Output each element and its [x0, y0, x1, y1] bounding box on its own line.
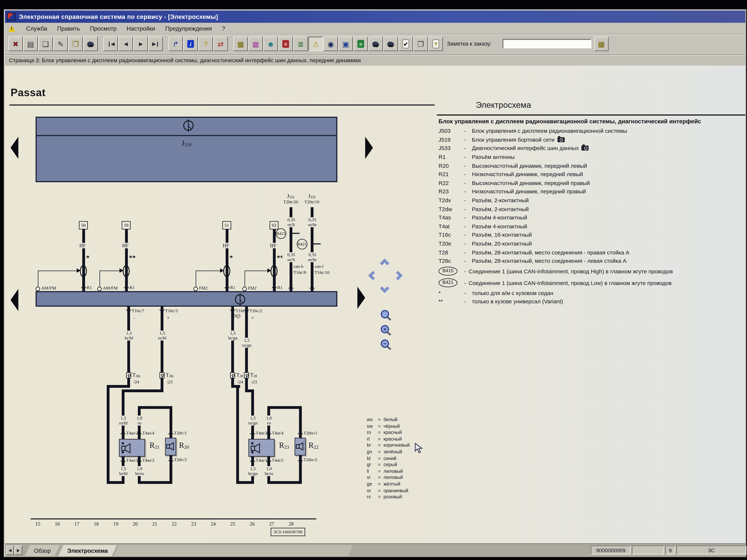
application-window: Электронная справочная система по сервис… — [3, 9, 747, 558]
camera-icon[interactable] — [557, 137, 565, 142]
wiring-diagram-button[interactable]: ▦ — [233, 37, 248, 51]
zoom-reset-button[interactable] — [381, 310, 389, 318]
menu-item[interactable]: Настройки — [122, 24, 160, 33]
junction-b421: B421 — [297, 239, 307, 249]
print-button[interactable]: ▤ — [23, 37, 38, 51]
zoom-out-button[interactable]: − — [381, 340, 389, 348]
checklist-button[interactable]: ✔ — [398, 37, 413, 51]
page-next-arrow-bottom[interactable] — [357, 287, 365, 309]
camera-icon[interactable] — [582, 146, 589, 151]
title-bar: Электронная справочная система по сервис… — [5, 10, 745, 23]
legend-row: T20e - Разъём, 20-контактный — [439, 239, 745, 248]
menu-item[interactable]: Править — [52, 24, 85, 33]
legend-row: J533 - Диагностический интерфейс шин дан… — [439, 144, 745, 153]
wiring-diagram-alt-button[interactable]: ▩ — [249, 37, 263, 51]
legend-row: T16c - Разъём, 16-контактный — [439, 231, 745, 239]
vehicle-select-button[interactable] — [83, 37, 98, 51]
pan-right-button[interactable] — [393, 271, 403, 281]
exit-button[interactable]: ✖ — [8, 37, 23, 51]
track-number: 22 — [168, 521, 181, 527]
track-numbers: 1516171819202122232425262728 — [31, 521, 298, 527]
wire-color-row: li = лиловый — [367, 468, 410, 475]
order-note-input[interactable] — [503, 39, 591, 48]
document-list-button[interactable]: ≣ — [293, 37, 308, 51]
order-note-open-button[interactable]: ▦ — [594, 37, 609, 51]
window-title: Электронная справочная система по сервис… — [19, 14, 218, 20]
warnings-button[interactable]: ⚠ — [308, 37, 323, 51]
toolbar-group-file: ✖▤❏✎❐ — [8, 37, 98, 51]
customer-service-button[interactable]: ☻ — [263, 37, 278, 51]
world-button[interactable]: ◉ — [324, 37, 338, 51]
j503-radio-nav-bar — [35, 291, 337, 307]
menu-item[interactable]: Предупреждения — [160, 24, 217, 33]
first-page-button[interactable]: ❙◀ — [103, 37, 118, 51]
legend-row: R1 - Разъём антенны — [439, 153, 745, 161]
repair-manual-button[interactable]: ≡ — [279, 37, 293, 51]
legend-row: T4as - Разъём 4-контактный — [439, 213, 745, 222]
tab-scroll-right-button[interactable]: ▶ — [15, 545, 22, 555]
page-prev-arrow-bottom[interactable] — [10, 289, 18, 311]
component-code: T4as — [439, 215, 464, 221]
diagram-part-number: 3C0-166030708 — [271, 528, 305, 536]
component-code: R21 — [439, 171, 464, 178]
track-number: 28 — [284, 521, 298, 527]
vehicle-info-button[interactable] — [384, 37, 398, 51]
next-page-button[interactable]: ▶ — [133, 37, 148, 51]
pan-left-button[interactable] — [368, 271, 378, 281]
tweeter-r20-box — [165, 438, 176, 456]
track-number: 24 — [207, 521, 220, 527]
monitor-button[interactable]: ▣ — [338, 37, 353, 51]
note-document-button[interactable]: ❐ — [68, 37, 83, 51]
screen: Электронная справочная система по сервис… — [0, 0, 747, 560]
new-document-button[interactable]: ❏ — [38, 37, 53, 51]
compare-swap-button[interactable]: ⇄ — [213, 37, 228, 51]
k-symbol-icon — [182, 119, 195, 132]
wire-gauge-label: 0,35or/li — [282, 217, 300, 227]
last-page-button[interactable]: ▶❙ — [148, 37, 163, 51]
menu-item[interactable]: Служба — [21, 24, 52, 33]
zoom-in-button[interactable]: + — [381, 325, 389, 334]
edit-document-button[interactable]: ✎ — [53, 37, 68, 51]
wire-color-legend: ws = белый sw = чёрный ro = красный rt =… — [367, 417, 410, 500]
tab-wiring-diagram[interactable]: Электросхема — [58, 545, 117, 556]
archive-button[interactable]: ❒ — [413, 37, 428, 51]
track-number: 17 — [70, 521, 83, 527]
legend-row: T28 - Разъём, 28-контактный, место соеди… — [439, 248, 745, 257]
legend-row: B415 - Соединение 1 (шина CAN-Infotainme… — [439, 265, 745, 277]
wire-gauge-label: 0,35or/li — [282, 252, 300, 262]
menu-item[interactable]: ? — [217, 24, 230, 33]
status-page-number: 9 — [665, 545, 675, 555]
track-number: 19 — [109, 521, 123, 527]
vehicle-data-button[interactable] — [368, 37, 383, 51]
wire-color-row: gr = серый — [367, 462, 410, 468]
panel-title: Электросхема — [476, 100, 531, 109]
back-jump-button[interactable]: ↱ — [169, 37, 183, 51]
track-number: 23 — [187, 521, 201, 527]
info-button[interactable]: i — [183, 37, 198, 51]
component-code: J519 — [439, 137, 464, 143]
prev-page-button[interactable]: ◀ — [119, 37, 133, 51]
page-prev-arrow-top[interactable] — [10, 137, 18, 159]
pan-up-button[interactable] — [380, 259, 389, 268]
legend-row: * - только для а/м с кузовом седан — [439, 289, 745, 297]
wire-color-row: br = коричневый — [367, 443, 410, 449]
component-code: R23 — [439, 188, 464, 195]
tab-filler — [114, 545, 353, 556]
page-next-arrow-top[interactable] — [365, 137, 373, 159]
legend-row: B421 - Соединение 1 (шина CAN-Infotainme… — [439, 277, 745, 289]
menu-bar: СлужбаПравитьПросмотрНастройкиПредупрежд… — [5, 23, 745, 34]
menu-item[interactable]: Просмотр — [85, 24, 122, 33]
legend-row: J503 - Блок управления с дисплеем радион… — [439, 127, 745, 135]
track-number: 16 — [51, 521, 64, 527]
track-number: 26 — [246, 521, 259, 527]
service-book-button[interactable]: ≡ — [354, 37, 368, 51]
model-heading: Passat — [10, 87, 46, 99]
document-help-button[interactable]: ? — [429, 37, 443, 51]
tab-overview[interactable]: Обзор — [25, 545, 60, 556]
wire-color-row: ro = красный — [367, 430, 410, 436]
help-button[interactable]: ? — [199, 37, 213, 51]
pan-down-button[interactable] — [380, 284, 389, 293]
tab-scroll-left-button[interactable]: ◀ — [6, 545, 14, 555]
track-number: 27 — [265, 521, 278, 527]
track-ruler-line — [31, 518, 316, 519]
